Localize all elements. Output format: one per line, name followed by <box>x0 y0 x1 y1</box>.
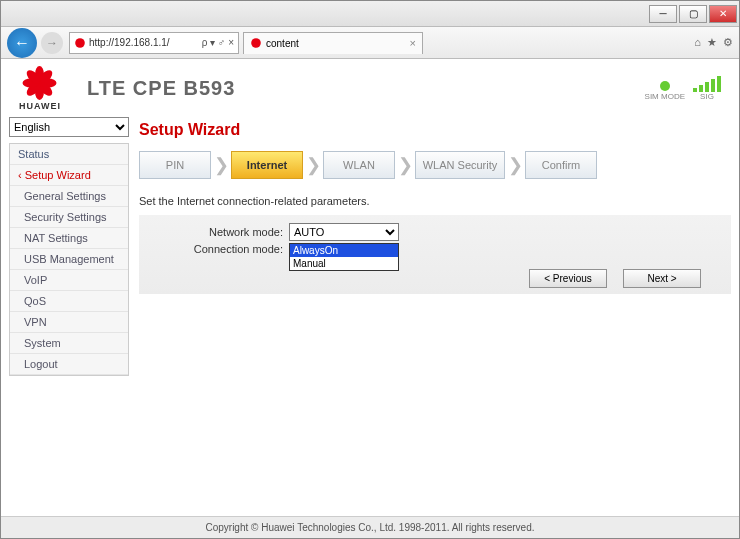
tab-close-icon[interactable]: × <box>410 37 416 49</box>
huawei-favicon <box>74 37 86 49</box>
nav-general-settings[interactable]: General Settings <box>10 186 128 207</box>
maximize-button[interactable]: ▢ <box>679 5 707 23</box>
chevron-right-icon: ❯ <box>507 151 523 179</box>
connection-mode-label: Connection mode: <box>139 243 289 255</box>
url-field[interactable]: http://192.168.1.1/ ρ ▾ ♂ × <box>69 32 239 54</box>
next-button[interactable]: Next > <box>623 269 701 288</box>
main-panel: Setup Wizard PIN ❯ Internet ❯ WLAN ❯ WLA… <box>139 117 731 516</box>
signal-bars-icon <box>693 76 721 92</box>
panel-title: Setup Wizard <box>139 121 731 139</box>
sim-label: SIM MODE <box>645 92 685 101</box>
page-content: HUAWEI LTE CPE B593 SIM MODE SIG <box>1 59 739 538</box>
nav-menu: Status Setup Wizard General Settings Sec… <box>9 143 129 376</box>
favorites-icon[interactable]: ★ <box>707 36 717 49</box>
footer: Copyright © Huawei Technologies Co., Ltd… <box>1 516 739 538</box>
nav-voip[interactable]: VoIP <box>10 270 128 291</box>
step-wlan-security[interactable]: WLAN Security <box>415 151 505 179</box>
wizard-steps: PIN ❯ Internet ❯ WLAN ❯ WLAN Security ❯ … <box>139 151 731 179</box>
minimize-button[interactable]: ─ <box>649 5 677 23</box>
tab-title: content <box>266 38 410 49</box>
close-window-button[interactable]: ✕ <box>709 5 737 23</box>
step-pin[interactable]: PIN <box>139 151 211 179</box>
step-wlan[interactable]: WLAN <box>323 151 395 179</box>
signal-area: SIM MODE SIG <box>645 76 721 101</box>
titlebar: ─ ▢ ✕ <box>1 1 739 27</box>
nav-logout[interactable]: Logout <box>10 354 128 375</box>
nav-security-settings[interactable]: Security Settings <box>10 207 128 228</box>
nav-nat-settings[interactable]: NAT Settings <box>10 228 128 249</box>
nav-qos[interactable]: QoS <box>10 291 128 312</box>
browser-tab[interactable]: content × <box>243 32 423 54</box>
sidebar: English Status Setup Wizard General Sett… <box>9 117 129 516</box>
form-area: Network mode: AUTO Connection mode: Alwa… <box>139 215 731 294</box>
nav-usb-management[interactable]: USB Management <box>10 249 128 270</box>
device-title: LTE CPE B593 <box>87 77 235 100</box>
chevron-right-icon: ❯ <box>397 151 413 179</box>
network-mode-select[interactable]: AUTO <box>289 223 399 241</box>
brand-text: HUAWEI <box>19 101 61 111</box>
svg-point-1 <box>251 38 261 48</box>
option-manual[interactable]: Manual <box>290 257 398 270</box>
huawei-logo: HUAWEI <box>19 66 61 111</box>
previous-button[interactable]: < Previous <box>529 269 607 288</box>
huawei-favicon <box>250 37 262 49</box>
url-actions[interactable]: ρ ▾ ♂ × <box>202 37 234 48</box>
back-button[interactable]: ← <box>7 28 37 58</box>
page-header: HUAWEI LTE CPE B593 SIM MODE SIG <box>9 59 731 117</box>
address-bar: ← → http://192.168.1.1/ ρ ▾ ♂ × content … <box>1 27 739 59</box>
home-icon[interactable]: ⌂ <box>694 36 701 49</box>
browser-window: ─ ▢ ✕ ← → http://192.168.1.1/ ρ ▾ ♂ × co… <box>0 0 740 539</box>
svg-point-0 <box>75 38 85 48</box>
option-alwayson[interactable]: AlwaysOn <box>290 244 398 257</box>
nav-system[interactable]: System <box>10 333 128 354</box>
nav-status[interactable]: Status <box>10 144 128 165</box>
language-select[interactable]: English <box>9 117 129 137</box>
network-mode-label: Network mode: <box>139 226 289 238</box>
connection-mode-dropdown[interactable]: AlwaysOn Manual <box>289 243 399 271</box>
forward-button: → <box>41 32 63 54</box>
nav-vpn[interactable]: VPN <box>10 312 128 333</box>
step-confirm[interactable]: Confirm <box>525 151 597 179</box>
tools-icon[interactable]: ⚙ <box>723 36 733 49</box>
nav-setup-wizard[interactable]: Setup Wizard <box>10 165 128 186</box>
sig-label: SIG <box>700 92 714 101</box>
toolbar-icons: ⌂ ★ ⚙ <box>694 36 733 49</box>
instruction-text: Set the Internet connection-related para… <box>139 195 731 207</box>
url-text: http://192.168.1.1/ <box>89 37 202 48</box>
sim-indicator-icon <box>660 81 670 91</box>
chevron-right-icon: ❯ <box>305 151 321 179</box>
chevron-right-icon: ❯ <box>213 151 229 179</box>
step-internet[interactable]: Internet <box>231 151 303 179</box>
